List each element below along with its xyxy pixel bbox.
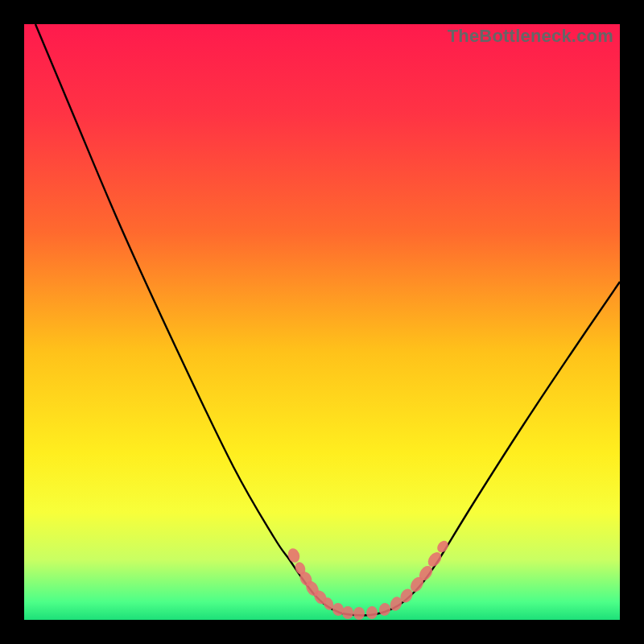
watermark-text: TheBottleneck.com (448, 26, 613, 47)
data-marker (342, 606, 353, 619)
bottleneck-chart (24, 24, 620, 620)
chart-frame: TheBottleneck.com (24, 24, 620, 620)
data-marker (353, 607, 365, 620)
chart-background (24, 24, 620, 620)
